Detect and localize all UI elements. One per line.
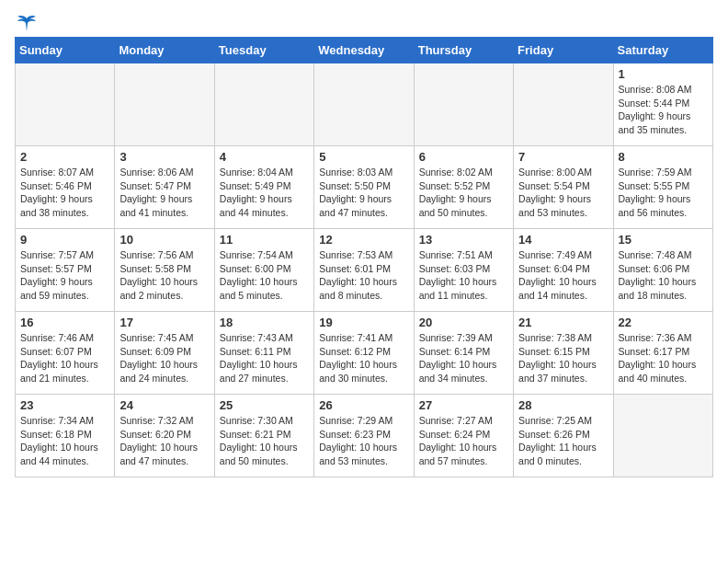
calendar-cell: 7Sunrise: 8:00 AM Sunset: 5:54 PM Daylig… <box>514 146 613 229</box>
calendar-cell <box>16 63 115 146</box>
calendar-cell: 3Sunrise: 8:06 AM Sunset: 5:47 PM Daylig… <box>115 146 214 229</box>
day-info: Sunrise: 8:03 AM Sunset: 5:50 PM Dayligh… <box>319 166 408 220</box>
calendar-cell: 4Sunrise: 8:04 AM Sunset: 5:49 PM Daylig… <box>214 146 313 229</box>
calendar-cell: 18Sunrise: 7:43 AM Sunset: 6:11 PM Dayli… <box>214 312 313 395</box>
day-info: Sunrise: 7:56 AM Sunset: 5:58 PM Dayligh… <box>119 248 209 303</box>
day-number: 13 <box>419 233 508 247</box>
calendar-cell: 23Sunrise: 7:34 AM Sunset: 6:18 PM Dayli… <box>16 395 115 477</box>
weekday-header-wednesday: Wednesday <box>314 38 414 63</box>
calendar-cell: 2Sunrise: 8:07 AM Sunset: 5:46 PM Daylig… <box>16 146 115 229</box>
day-info: Sunrise: 7:45 AM Sunset: 6:09 PM Dayligh… <box>119 331 209 385</box>
calendar-cell: 20Sunrise: 7:39 AM Sunset: 6:14 PM Dayli… <box>414 312 513 395</box>
calendar-cell: 13Sunrise: 7:51 AM Sunset: 6:03 PM Dayli… <box>414 229 513 312</box>
calendar-cell: 9Sunrise: 7:57 AM Sunset: 5:57 PM Daylig… <box>16 229 115 312</box>
calendar-week-3: 9Sunrise: 7:57 AM Sunset: 5:57 PM Daylig… <box>16 229 713 312</box>
day-info: Sunrise: 7:32 AM Sunset: 6:20 PM Dayligh… <box>119 414 209 468</box>
calendar-cell: 27Sunrise: 7:27 AM Sunset: 6:24 PM Dayli… <box>414 395 513 477</box>
day-info: Sunrise: 8:07 AM Sunset: 5:46 PM Dayligh… <box>20 166 109 220</box>
weekday-header-friday: Friday <box>514 38 613 63</box>
weekday-header-sunday: Sunday <box>16 38 115 63</box>
calendar-cell <box>214 63 313 146</box>
weekday-header-thursday: Thursday <box>414 38 513 63</box>
day-number: 18 <box>220 316 309 329</box>
calendar-cell: 14Sunrise: 7:49 AM Sunset: 6:04 PM Dayli… <box>514 229 613 312</box>
calendar-week-4: 16Sunrise: 7:46 AM Sunset: 6:07 PM Dayli… <box>16 312 713 395</box>
calendar-week-2: 2Sunrise: 8:07 AM Sunset: 5:46 PM Daylig… <box>16 146 713 229</box>
day-info: Sunrise: 7:57 AM Sunset: 5:57 PM Dayligh… <box>20 248 109 303</box>
day-info: Sunrise: 7:49 AM Sunset: 6:04 PM Dayligh… <box>518 248 608 303</box>
day-number: 5 <box>319 150 408 164</box>
day-info: Sunrise: 7:29 AM Sunset: 6:23 PM Dayligh… <box>319 414 408 468</box>
day-info: Sunrise: 7:51 AM Sunset: 6:03 PM Dayligh… <box>419 248 508 303</box>
day-info: Sunrise: 7:30 AM Sunset: 6:21 PM Dayligh… <box>220 414 309 468</box>
calendar-cell: 11Sunrise: 7:54 AM Sunset: 6:00 PM Dayli… <box>214 229 313 312</box>
day-number: 25 <box>220 398 309 412</box>
weekday-header-monday: Monday <box>115 38 214 63</box>
day-info: Sunrise: 7:36 AM Sunset: 6:17 PM Dayligh… <box>619 331 708 385</box>
day-number: 24 <box>119 398 209 412</box>
calendar-cell: 19Sunrise: 7:41 AM Sunset: 6:12 PM Dayli… <box>314 312 414 395</box>
day-info: Sunrise: 7:46 AM Sunset: 6:07 PM Dayligh… <box>20 331 109 385</box>
day-number: 1 <box>619 67 708 81</box>
calendar-cell: 10Sunrise: 7:56 AM Sunset: 5:58 PM Dayli… <box>115 229 214 312</box>
calendar-cell <box>115 63 214 146</box>
page-header <box>15 15 713 29</box>
day-info: Sunrise: 7:59 AM Sunset: 5:55 PM Dayligh… <box>619 166 708 220</box>
day-number: 9 <box>20 233 109 247</box>
calendar-cell: 15Sunrise: 7:48 AM Sunset: 6:06 PM Dayli… <box>613 229 712 312</box>
logo <box>15 15 39 29</box>
day-info: Sunrise: 7:41 AM Sunset: 6:12 PM Dayligh… <box>319 331 408 385</box>
day-number: 2 <box>20 150 109 164</box>
weekday-header-tuesday: Tuesday <box>214 38 313 63</box>
calendar-cell: 24Sunrise: 7:32 AM Sunset: 6:20 PM Dayli… <box>115 395 214 477</box>
day-number: 28 <box>518 398 608 412</box>
day-number: 16 <box>20 316 109 329</box>
day-info: Sunrise: 8:08 AM Sunset: 5:44 PM Dayligh… <box>619 83 708 137</box>
day-info: Sunrise: 8:06 AM Sunset: 5:47 PM Dayligh… <box>119 166 209 220</box>
day-number: 26 <box>319 398 408 412</box>
calendar-cell <box>414 63 513 146</box>
day-info: Sunrise: 8:04 AM Sunset: 5:49 PM Dayligh… <box>220 166 309 220</box>
calendar-cell: 26Sunrise: 7:29 AM Sunset: 6:23 PM Dayli… <box>314 395 414 477</box>
calendar-cell <box>514 63 613 146</box>
day-info: Sunrise: 7:43 AM Sunset: 6:11 PM Dayligh… <box>220 331 309 385</box>
calendar-cell: 25Sunrise: 7:30 AM Sunset: 6:21 PM Dayli… <box>214 395 313 477</box>
calendar-cell: 1Sunrise: 8:08 AM Sunset: 5:44 PM Daylig… <box>613 63 712 146</box>
calendar-cell: 16Sunrise: 7:46 AM Sunset: 6:07 PM Dayli… <box>16 312 115 395</box>
calendar-table: SundayMondayTuesdayWednesdayThursdayFrid… <box>15 37 713 477</box>
day-number: 7 <box>518 150 608 164</box>
day-info: Sunrise: 7:54 AM Sunset: 6:00 PM Dayligh… <box>220 248 309 303</box>
day-number: 21 <box>518 316 608 329</box>
calendar-week-1: 1Sunrise: 8:08 AM Sunset: 5:44 PM Daylig… <box>16 63 713 146</box>
day-number: 17 <box>119 316 209 329</box>
day-number: 6 <box>419 150 508 164</box>
calendar-cell <box>314 63 414 146</box>
day-number: 20 <box>419 316 508 329</box>
day-number: 12 <box>319 233 408 247</box>
day-number: 27 <box>419 398 508 412</box>
calendar-week-5: 23Sunrise: 7:34 AM Sunset: 6:18 PM Dayli… <box>16 395 713 477</box>
day-number: 15 <box>619 233 708 247</box>
day-number: 8 <box>619 150 708 164</box>
calendar-cell: 5Sunrise: 8:03 AM Sunset: 5:50 PM Daylig… <box>314 146 414 229</box>
day-number: 4 <box>220 150 309 164</box>
calendar-cell: 17Sunrise: 7:45 AM Sunset: 6:09 PM Dayli… <box>115 312 214 395</box>
day-number: 3 <box>119 150 209 164</box>
day-info: Sunrise: 7:53 AM Sunset: 6:01 PM Dayligh… <box>319 248 408 303</box>
calendar-cell: 12Sunrise: 7:53 AM Sunset: 6:01 PM Dayli… <box>314 229 414 312</box>
day-info: Sunrise: 7:27 AM Sunset: 6:24 PM Dayligh… <box>419 414 508 468</box>
day-number: 19 <box>319 316 408 329</box>
calendar-cell: 6Sunrise: 8:02 AM Sunset: 5:52 PM Daylig… <box>414 146 513 229</box>
calendar-cell: 22Sunrise: 7:36 AM Sunset: 6:17 PM Dayli… <box>613 312 712 395</box>
day-number: 11 <box>220 233 309 247</box>
day-number: 14 <box>518 233 608 247</box>
day-info: Sunrise: 8:00 AM Sunset: 5:54 PM Dayligh… <box>518 166 608 220</box>
day-info: Sunrise: 7:25 AM Sunset: 6:26 PM Dayligh… <box>518 414 608 468</box>
logo-bird-icon <box>17 15 37 33</box>
weekday-header-saturday: Saturday <box>613 38 712 63</box>
day-info: Sunrise: 7:39 AM Sunset: 6:14 PM Dayligh… <box>419 331 508 385</box>
calendar-cell: 28Sunrise: 7:25 AM Sunset: 6:26 PM Dayli… <box>514 395 613 477</box>
day-info: Sunrise: 7:34 AM Sunset: 6:18 PM Dayligh… <box>20 414 109 468</box>
calendar-cell: 8Sunrise: 7:59 AM Sunset: 5:55 PM Daylig… <box>613 146 712 229</box>
calendar-cell <box>613 395 712 477</box>
